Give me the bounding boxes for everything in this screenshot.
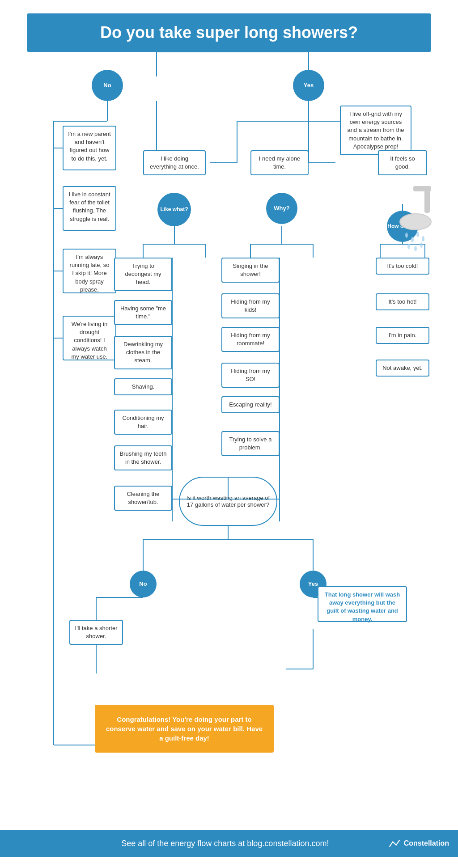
- svg-point-70: [407, 244, 410, 249]
- brush-teeth-box: Brushing my teeth in the shower.: [114, 445, 172, 470]
- infographic: Do you take super long showers?: [0, 0, 458, 857]
- svg-point-66: [405, 233, 408, 238]
- svg-point-69: [422, 236, 424, 241]
- footer-logo: Constellation: [388, 838, 449, 849]
- no-circle: No: [92, 70, 123, 101]
- hiding-kids-box: Hiding from my kids!: [221, 293, 280, 318]
- worth-wasting-box: Is it worth wasting an average of 17 gal…: [179, 477, 277, 526]
- shaving-box: Shaving.: [114, 378, 172, 395]
- conditioning-box: Conditioning my hair.: [114, 410, 172, 435]
- footer: See all of the energy flow charts at blo…: [0, 830, 458, 857]
- not-awake-box: Not awake, yet.: [376, 360, 429, 377]
- why-circle: Why?: [266, 193, 297, 224]
- svg-point-72: [420, 242, 423, 248]
- new-parent-box: I'm a new parent and haven't figured out…: [63, 126, 116, 170]
- in-pain-box: I'm in pain.: [376, 327, 429, 344]
- singing-box: Singing in the shower!: [221, 258, 280, 283]
- hiding-roommate-box: Hiding from my roommate!: [221, 327, 280, 352]
- svg-point-71: [414, 246, 417, 251]
- congrats-box: Congratulations! You're doing your part …: [95, 705, 274, 753]
- svg-point-67: [411, 237, 414, 242]
- shower-icon: [382, 182, 445, 271]
- svg-rect-64: [413, 186, 431, 191]
- shorter-shower-box: I'll take a shorter shower.: [69, 620, 123, 645]
- no-bottom-circle: No: [130, 571, 157, 597]
- alone-time-box: I need my alone time.: [250, 150, 309, 175]
- too-hot-box: It's too hot!: [376, 293, 429, 310]
- svg-point-68: [416, 232, 419, 237]
- hiding-so-box: Hiding from my SO!: [221, 363, 280, 388]
- yes-circle: Yes: [293, 70, 324, 101]
- solving-box: Trying to solve a problem.: [221, 431, 280, 456]
- dewrinkle-box: Dewrinkling my clothes in the steam.: [114, 336, 172, 369]
- fear-toilet-box: I live in constant fear of the toilet fl…: [63, 186, 116, 231]
- main-title: Do you take super long showers?: [40, 23, 418, 42]
- drought-box: We're living in drought conditions! I al…: [63, 316, 116, 360]
- escaping-box: Escaping reality!: [221, 396, 280, 413]
- off-grid-box: I live off-grid with my own energy sourc…: [340, 106, 411, 155]
- feels-good-box: It feels so good.: [378, 150, 427, 175]
- always-late-box: I'm always running late, so I skip it! M…: [63, 249, 116, 293]
- guilt-box: That long shower will wash away everythi…: [318, 586, 407, 622]
- like-doing-box: I like doing everything at once.: [143, 150, 206, 175]
- cleaning-box: Cleaning the shower/tub.: [114, 486, 172, 511]
- header-banner: Do you take super long showers?: [27, 13, 431, 52]
- like-what-circle: Like what?: [157, 193, 191, 226]
- svg-point-65: [400, 214, 431, 230]
- footer-text: See all of the energy flow charts at blo…: [63, 839, 388, 848]
- me-time-box: Having some "me time.": [114, 300, 172, 325]
- decongest-box: Trying to decongest my head.: [114, 258, 172, 291]
